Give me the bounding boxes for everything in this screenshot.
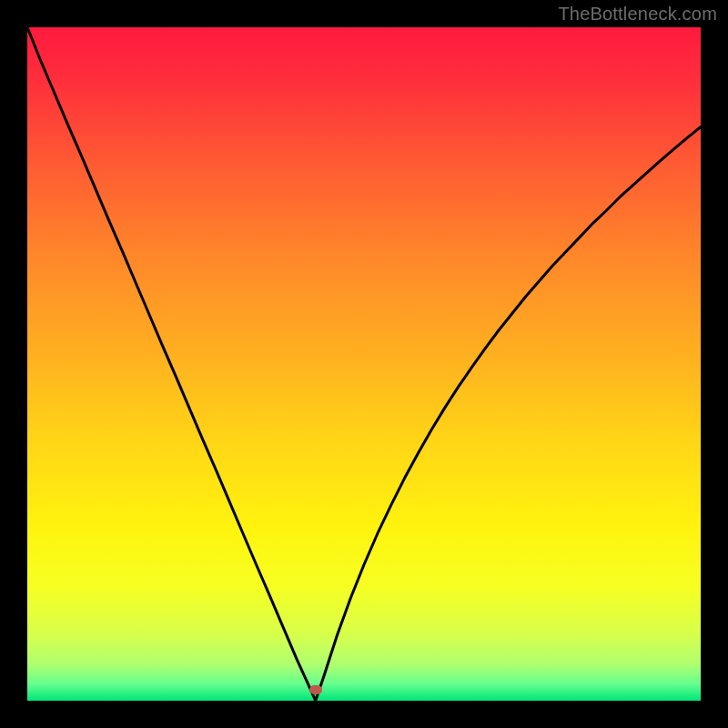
watermark-text: TheBottleneck.com [558,4,717,25]
svg-rect-0 [27,27,701,701]
plot-area [27,27,701,701]
background-gradient [27,27,701,701]
chart-frame: TheBottleneck.com [0,0,728,728]
